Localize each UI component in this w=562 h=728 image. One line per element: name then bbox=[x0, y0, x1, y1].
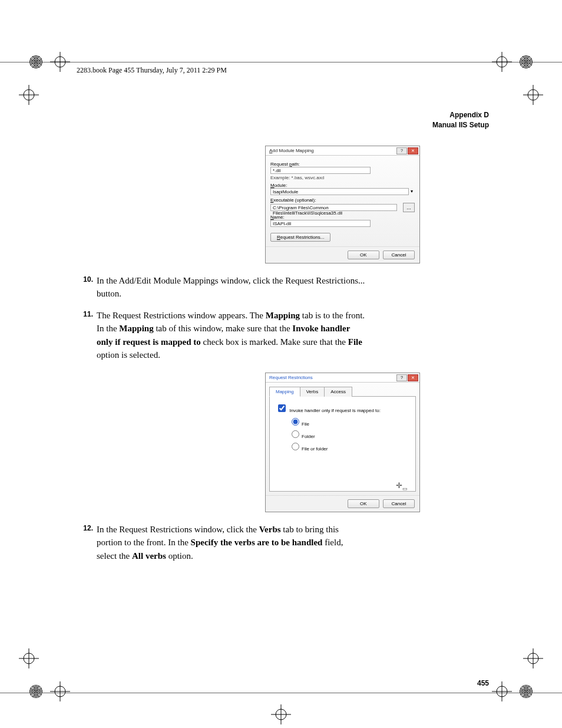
registration-mark bbox=[492, 681, 512, 701]
example-hint: Example: *.bas, wsvc.axd bbox=[270, 175, 415, 180]
registration-mark bbox=[492, 52, 512, 72]
registration-mark bbox=[271, 704, 291, 724]
appendix-header: Appendix D Manual IIS Setup bbox=[77, 110, 489, 130]
step-number: 10. bbox=[77, 274, 97, 301]
executable-label: Executable (optional): bbox=[270, 197, 415, 203]
help-button[interactable]: ? bbox=[396, 374, 407, 381]
crop-circle bbox=[29, 55, 42, 68]
radio-file-or-folder[interactable]: File or folder bbox=[289, 441, 409, 453]
invoke-checkbox-row[interactable]: Invoke handler only if request is mapped… bbox=[276, 408, 381, 413]
tab-mapping[interactable]: Mapping bbox=[269, 387, 300, 397]
ok-button[interactable]: OK bbox=[348, 499, 379, 508]
cursor-icon: ✛▭ bbox=[396, 481, 408, 492]
request-restrictions-button[interactable]: Request Restrictions... bbox=[270, 233, 330, 242]
radio-folder[interactable]: Folder bbox=[289, 429, 409, 441]
browse-button[interactable]: ... bbox=[403, 203, 415, 212]
crop-circle bbox=[520, 55, 533, 68]
step-number: 11. bbox=[77, 309, 97, 362]
cancel-button[interactable]: Cancel bbox=[383, 251, 415, 259]
request-path-label: Request path: bbox=[270, 162, 415, 167]
crop-circle bbox=[520, 685, 533, 698]
registration-mark bbox=[50, 52, 70, 72]
tab-verbs[interactable]: Verbs bbox=[300, 387, 325, 397]
request-restrictions-dialog: Request Restrictions ? ✕ Mapping Verbs A… bbox=[265, 373, 420, 512]
tab-access[interactable]: Access bbox=[324, 387, 352, 397]
step-number: 12. bbox=[77, 523, 97, 563]
close-button[interactable]: ✕ bbox=[408, 374, 418, 381]
module-combo[interactable]: IsapiModule bbox=[270, 188, 409, 195]
step-text: In the Request Restrictions window, clic… bbox=[97, 523, 365, 563]
registration-mark bbox=[19, 648, 39, 668]
help-button[interactable]: ? bbox=[396, 147, 407, 154]
crop-circle bbox=[29, 685, 42, 698]
add-module-mapping-dialog: Add Module Mapping ? ✕ Request path: *.d… bbox=[265, 146, 420, 263]
step-text: In the Add/Edit Module Mappings window, … bbox=[97, 274, 365, 301]
dialog-title: Add Module Mapping ? ✕ bbox=[266, 146, 419, 156]
invoke-checkbox[interactable] bbox=[278, 404, 286, 412]
cancel-button[interactable]: Cancel bbox=[383, 499, 415, 508]
radio-file[interactable]: File bbox=[289, 416, 409, 429]
registration-mark bbox=[523, 648, 543, 668]
ok-button[interactable]: OK bbox=[348, 251, 379, 259]
executable-input[interactable]: C:\Program Files\Common Files\IntelliTra… bbox=[270, 204, 397, 211]
registration-mark bbox=[523, 85, 543, 105]
name-input[interactable]: ISAPI-dll bbox=[270, 220, 371, 227]
chevron-down-icon[interactable]: ▾ bbox=[409, 189, 415, 194]
module-label: Module: bbox=[270, 183, 415, 188]
page-header: 2283.book Page 455 Thursday, July 7, 201… bbox=[77, 66, 489, 75]
request-path-input[interactable]: *.dll bbox=[270, 167, 371, 174]
registration-mark bbox=[50, 681, 70, 701]
registration-mark bbox=[19, 85, 39, 105]
close-button[interactable]: ✕ bbox=[408, 147, 418, 154]
step-text: The Request Restrictions window appears.… bbox=[97, 309, 365, 362]
page-number: 455 bbox=[477, 679, 489, 687]
